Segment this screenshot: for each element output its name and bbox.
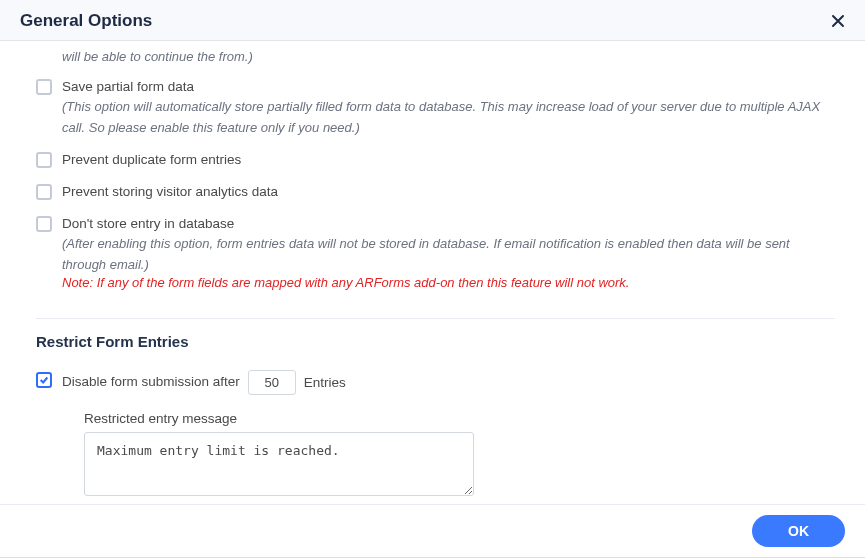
close-icon	[830, 13, 846, 29]
entry-limit-suffix: Entries	[304, 375, 346, 390]
divider	[36, 318, 835, 319]
option-save-partial: Save partial form data (This option will…	[36, 71, 835, 144]
option-label: Prevent duplicate form entries	[62, 150, 835, 170]
option-label: Don't store entry in database	[62, 214, 835, 234]
checkbox-dont-store[interactable]	[36, 216, 52, 232]
checkbox-save-partial[interactable]	[36, 79, 52, 95]
option-prevent-analytics: Prevent storing visitor analytics data	[36, 176, 835, 208]
modal-header: General Options	[0, 0, 865, 41]
modal-footer: OK	[0, 504, 865, 557]
option-disable-submission: Disable form submission after Entries	[36, 364, 835, 401]
entry-limit-input[interactable]	[248, 370, 296, 395]
option-help-text: (After enabling this option, form entrie…	[62, 234, 835, 274]
option-label: Save partial form data	[62, 77, 835, 97]
truncated-help-text: will be able to continue the from.)	[62, 47, 835, 67]
option-label: Prevent storing visitor analytics data	[62, 182, 835, 202]
modal-title: General Options	[20, 11, 152, 31]
restricted-message-textarea[interactable]	[84, 432, 474, 496]
restricted-message-label: Restricted entry message	[84, 411, 835, 426]
restrict-section-title: Restrict Form Entries	[36, 333, 835, 350]
close-button[interactable]	[827, 10, 849, 32]
checkbox-prevent-analytics[interactable]	[36, 184, 52, 200]
option-label: Disable form submission after	[62, 372, 240, 392]
restricted-message-block: Restricted entry message	[84, 411, 835, 499]
check-icon	[39, 375, 49, 385]
checkbox-prevent-duplicate[interactable]	[36, 152, 52, 168]
modal-body[interactable]: will be able to continue the from.) Save…	[0, 41, 865, 504]
ok-button[interactable]: OK	[752, 515, 845, 547]
general-options-modal: General Options will be able to continue…	[0, 0, 865, 558]
checkbox-disable-submission[interactable]	[36, 372, 52, 388]
options-list: will be able to continue the from.) Save…	[36, 41, 835, 499]
option-warning-text: Note: If any of the form fields are mapp…	[62, 275, 835, 290]
option-help-text: (This option will automatically store pa…	[62, 97, 835, 137]
option-prevent-duplicate: Prevent duplicate form entries	[36, 144, 835, 176]
option-dont-store: Don't store entry in database (After ena…	[36, 208, 835, 296]
